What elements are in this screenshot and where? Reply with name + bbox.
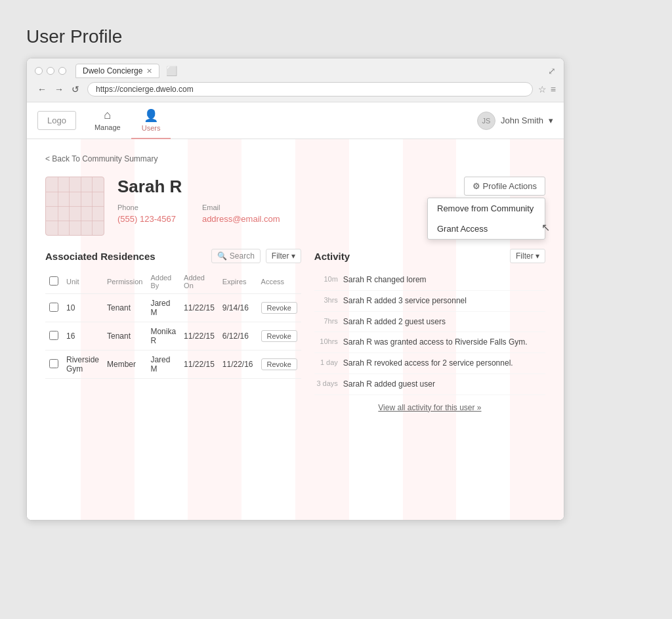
activity-item-2: 7hrs Sarah R added 2 guest users (314, 312, 545, 333)
activity-time-4: 1 day (314, 358, 338, 366)
residences-header: Associated Residences 🔍 Search Filter ▾ (45, 249, 301, 263)
activity-text-3: Sarah R was granted access to Riverside … (343, 337, 545, 348)
profile-actions-button[interactable]: ⚙ Profile Actions (464, 177, 545, 196)
cell-added-on-2: 11/22/15 (180, 351, 219, 379)
col-expires: Expires (219, 270, 257, 294)
activity-text-4: Sarah R revoked access for 2 service per… (343, 358, 545, 369)
phone-value: (555) 123-4567 (117, 214, 176, 224)
activity-item-0: 10m Sarah R changed lorem (314, 270, 545, 291)
search-box[interactable]: 🔍 Search (211, 249, 261, 263)
col-access: Access (257, 270, 301, 294)
nav-item-manage[interactable]: ⌂ Manage (84, 102, 131, 139)
activity-item-3: 10hrs Sarah R was granted access to Rive… (314, 332, 545, 353)
activity-header: Activity Filter ▾ (314, 249, 545, 263)
profile-section: Sarah R Phone (555) 123-4567 Email addre… (45, 177, 545, 236)
residences-filter-button[interactable]: Filter ▾ (266, 249, 301, 263)
activity-column: Activity Filter ▾ 10m Sarah R changed lo… (314, 249, 545, 412)
col-added-by: Added By (146, 270, 180, 294)
select-all-checkbox[interactable] (49, 276, 58, 286)
manage-icon: ⌂ (104, 108, 111, 122)
revoke-button-0[interactable]: Revoke (261, 302, 297, 314)
revoke-button-2[interactable]: Revoke (261, 358, 297, 370)
forward-btn[interactable]: → (52, 83, 66, 96)
row-checkbox-2[interactable] (49, 359, 58, 368)
cell-expires-2: 11/22/16 (219, 351, 257, 379)
revoke-button-1[interactable]: Revoke (261, 330, 297, 342)
cursor-icon: ↖ (541, 221, 550, 234)
avatar: JS (477, 112, 495, 130)
cell-added-by-2: Jared M (146, 351, 180, 379)
cell-unit-0: 10 (62, 294, 103, 322)
activity-filter-button[interactable]: Filter ▾ (510, 249, 545, 263)
nav-item-users[interactable]: 👤 Users (131, 102, 171, 139)
activity-time-1: 3hrs (314, 295, 338, 304)
table-row: 10 Tenant Jared M 11/22/15 9/14/16 Revok… (45, 294, 301, 322)
cell-added-on-1: 11/22/15 (180, 322, 219, 351)
new-tab-icon[interactable]: ⬜ (166, 66, 177, 76)
row-checkbox-1[interactable] (49, 331, 58, 340)
activity-item-5: 3 days Sarah R added guest user (314, 374, 545, 395)
email-value: address@email.com (202, 214, 280, 224)
browser-dot-1 (35, 67, 43, 75)
profile-fields: Phone (555) 123-4567 Email address@email… (117, 203, 451, 224)
col-permission: Permission (103, 270, 146, 294)
activity-text-2: Sarah R added 2 guest users (343, 316, 545, 328)
app-navbar: Logo ⌂ Manage 👤 Users JS John Smith ▾ (27, 102, 564, 139)
main-content: < Back To Community Summary (45, 152, 545, 412)
maximize-icon[interactable]: ⤢ (548, 66, 556, 76)
cell-expires-1: 6/12/16 (219, 322, 257, 351)
nav-manage-label: Manage (94, 123, 121, 131)
back-btn[interactable]: ← (35, 83, 49, 96)
row-checkbox-0[interactable] (49, 303, 58, 312)
table-header-row: Unit Permission Added By Added On Expire… (45, 270, 301, 294)
browser-tab[interactable]: Dwelo Concierge ✕ (75, 64, 159, 78)
phone-field: Phone (555) 123-4567 (117, 203, 176, 224)
browser-dot-3 (58, 67, 66, 75)
dropdown-remove-community[interactable]: Remove from Community (428, 198, 545, 219)
browser-chrome: Dwelo Concierge ✕ ⬜ ⤢ ← → ↺ ☆ ≡ (27, 58, 564, 102)
activity-title: Activity (314, 251, 350, 262)
activity-time-5: 3 days (314, 379, 338, 387)
refresh-btn[interactable]: ↺ (69, 83, 82, 96)
profile-avatar (45, 177, 104, 236)
email-field: Email address@email.com (202, 203, 280, 224)
app-content: Logo ⌂ Manage 👤 Users JS John Smith ▾ (27, 102, 564, 520)
email-label: Email (202, 203, 280, 211)
nav-logo: Logo (37, 111, 76, 130)
cell-permission-0: Tenant (103, 294, 146, 322)
dropdown-grant-access[interactable]: Grant Access (428, 219, 545, 239)
activity-text-0: Sarah R changed lorem (343, 274, 545, 286)
residences-column: Associated Residences 🔍 Search Filter ▾ (45, 249, 301, 412)
menu-icon[interactable]: ≡ (551, 84, 556, 95)
activity-time-3: 10hrs (314, 337, 338, 345)
user-name: John Smith (501, 116, 543, 125)
phone-label: Phone (117, 203, 176, 211)
cell-added-by-0: Jared M (146, 294, 180, 322)
search-label: Search (230, 251, 255, 261)
activity-item-1: 3hrs Sarah R added 3 service personnel (314, 291, 545, 312)
table-row: 16 Tenant Monika R 11/22/15 6/12/16 Revo… (45, 322, 301, 351)
activity-list: 10m Sarah R changed lorem 3hrs Sarah R a… (314, 270, 545, 395)
address-input[interactable] (87, 82, 533, 96)
profile-actions-area: ⚙ Profile Actions Remove from Community … (464, 177, 545, 236)
nav-user[interactable]: JS John Smith ▾ (477, 112, 553, 130)
tab-label: Dwelo Concierge (83, 66, 142, 75)
col-added-on: Added On (180, 270, 219, 294)
app-main: < Back To Community Summary (27, 139, 564, 520)
activity-text-5: Sarah R added guest user (343, 379, 545, 390)
cell-permission-2: Member (103, 351, 146, 379)
view-all-activity-link[interactable]: View all activity for this user » (314, 403, 545, 412)
activity-time-2: 7hrs (314, 316, 338, 325)
address-bar: ← → ↺ ☆ ≡ (35, 82, 556, 96)
page-title: User Profile (26, 26, 646, 47)
residence-table: Unit Permission Added By Added On Expire… (45, 270, 301, 379)
table-row: Riverside Gym Member Jared M 11/22/15 11… (45, 351, 301, 379)
nav-users-label: Users (142, 124, 161, 132)
back-to-community-link[interactable]: < Back To Community Summary (45, 154, 158, 163)
tab-close-icon[interactable]: ✕ (146, 67, 152, 75)
browser-dot-2 (47, 67, 54, 75)
cell-added-by-1: Monika R (146, 322, 180, 351)
bookmark-icon[interactable]: ☆ (538, 84, 547, 95)
activity-time-0: 10m (314, 274, 338, 283)
cell-added-on-0: 11/22/15 (180, 294, 219, 322)
